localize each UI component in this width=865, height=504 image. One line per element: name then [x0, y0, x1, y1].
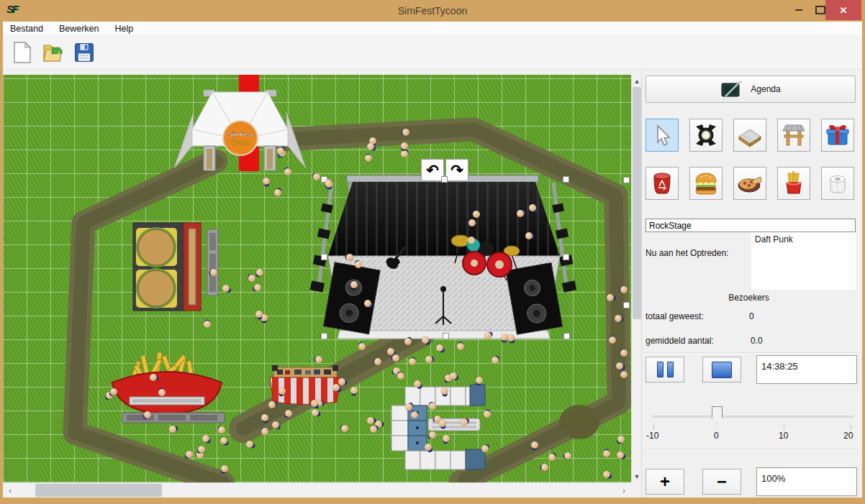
- tool-gift[interactable]: [821, 119, 854, 152]
- selection-handle[interactable]: [443, 333, 449, 339]
- cursor-icon: [650, 123, 674, 147]
- tool-toilet-roll[interactable]: [821, 167, 854, 200]
- selection-handle[interactable]: [441, 176, 448, 183]
- slider-label-max: 20: [843, 431, 853, 441]
- slider-tick: [653, 425, 654, 429]
- content-area: SimFest Tycoon: [3, 70, 862, 498]
- side-panel: Agenda: [641, 70, 862, 498]
- stage-name-input[interactable]: [646, 219, 856, 232]
- scroll-left-arrow[interactable]: ‹: [4, 483, 16, 498]
- now-performing-label: Nu aan het Optreden:: [646, 248, 728, 258]
- pause-button[interactable]: [646, 357, 684, 382]
- save-icon: [74, 42, 94, 63]
- visitors-avg-label: gemiddeld aantal:: [646, 336, 714, 346]
- slider-tick: [784, 425, 784, 429]
- agenda-label: Agenda: [751, 84, 780, 94]
- clock-display[interactable]: 14:38:25: [756, 355, 857, 384]
- close-button[interactable]: [825, 0, 861, 20]
- main-stage[interactable]: [310, 175, 577, 339]
- speed-slider-track[interactable]: [652, 416, 853, 418]
- svg-text:Tycoon: Tycoon: [231, 139, 250, 146]
- selection-handle[interactable]: [321, 176, 327, 183]
- scroll-up-arrow[interactable]: ▲: [632, 75, 642, 87]
- zoom-level-display[interactable]: 100%: [756, 467, 857, 496]
- selection-handle[interactable]: [563, 254, 569, 260]
- menu-bewerken[interactable]: Bewerken: [59, 24, 99, 34]
- slider-label-zero: 0: [714, 431, 719, 441]
- scroll-down-arrow[interactable]: ▼: [632, 470, 642, 482]
- stop-icon: [712, 362, 732, 378]
- minimize-button[interactable]: [788, 0, 810, 20]
- toilet-roll-icon: [825, 170, 851, 196]
- spotlight-icon: [693, 122, 719, 148]
- gate-icon: [781, 122, 807, 148]
- market-stall[interactable]: [270, 365, 340, 405]
- scroll-right-arrow[interactable]: ›: [618, 483, 630, 498]
- menu-bar: Bestand Bewerken Help: [3, 22, 862, 36]
- tool-fries[interactable]: [777, 167, 810, 200]
- slider-label-ten: 10: [779, 431, 788, 441]
- gift-icon: [825, 122, 851, 148]
- window-title: SimFestTycoon: [0, 5, 865, 17]
- pause-icon: [657, 362, 664, 377]
- pizza-icon: [737, 171, 763, 196]
- open-file-button[interactable]: [42, 42, 64, 63]
- open-folder-icon: [42, 42, 64, 63]
- now-performing-box: Daft Punk: [751, 232, 856, 290]
- fries-stand[interactable]: [112, 352, 222, 414]
- toolbar: [3, 36, 862, 70]
- redo-button[interactable]: [445, 159, 468, 181]
- menu-bestand[interactable]: Bestand: [10, 24, 43, 34]
- slider-tick: [851, 425, 851, 429]
- title-bar[interactable]: SF SimFestTycoon: [0, 0, 865, 22]
- simfest-logo: SimFest Tycoon: [223, 121, 258, 155]
- horizontal-scrollbar[interactable]: ‹ ›: [3, 482, 631, 497]
- tool-gate[interactable]: [777, 119, 810, 152]
- visitors-avg-value: 0.0: [751, 336, 763, 346]
- burger-icon: [693, 171, 719, 196]
- tool-select[interactable]: [646, 119, 679, 152]
- tool-pizza[interactable]: [733, 167, 766, 200]
- section-divider: [643, 352, 859, 354]
- new-file-icon: [13, 42, 32, 63]
- tool-burger[interactable]: [689, 167, 723, 200]
- horizontal-scroll-thumb[interactable]: [35, 484, 162, 497]
- zoom-out-button[interactable]: −: [702, 469, 741, 495]
- path-tile-icon: [737, 122, 763, 148]
- selection-handle[interactable]: [623, 177, 630, 183]
- bench[interactable]: [207, 229, 218, 295]
- fries-icon: [782, 170, 806, 196]
- new-file-button[interactable]: [12, 42, 33, 63]
- zoom-in-button[interactable]: +: [646, 469, 684, 495]
- pause-icon: [667, 362, 674, 377]
- speed-slider-thumb[interactable]: [712, 406, 723, 424]
- festival-map-canvas[interactable]: SimFest Tycoon: [3, 75, 631, 482]
- tool-trash-bin[interactable]: [646, 167, 679, 200]
- section-divider: [643, 449, 859, 450]
- agenda-book-icon: [720, 80, 742, 98]
- agenda-button[interactable]: Agenda: [646, 75, 856, 103]
- selection-handle[interactable]: [623, 302, 630, 308]
- selection-handle[interactable]: [321, 333, 327, 339]
- vertical-scroll-thumb[interactable]: [633, 87, 641, 319]
- menu-help[interactable]: Help: [114, 24, 133, 34]
- tool-spotlight[interactable]: [689, 119, 723, 152]
- save-file-button[interactable]: [73, 42, 95, 63]
- now-performing-value: Daft Punk: [755, 234, 793, 244]
- tool-path-tile[interactable]: [733, 119, 766, 152]
- stop-button[interactable]: [702, 357, 741, 382]
- selection-handle[interactable]: [563, 333, 570, 339]
- toilet-block[interactable]: [391, 385, 485, 469]
- visitors-total-value: 0: [749, 311, 754, 321]
- selection-handle[interactable]: [321, 254, 327, 260]
- visitors-total-label: totaal geweest:: [646, 311, 704, 321]
- visitors-title: Bezoekers: [642, 293, 856, 303]
- burger-stand[interactable]: [133, 223, 201, 311]
- map-scene: SimFest Tycoon: [3, 75, 631, 482]
- bench[interactable]: [122, 413, 225, 423]
- trash-bin-icon: [650, 170, 674, 196]
- svg-text:SimFest: SimFest: [227, 131, 253, 138]
- selection-handle[interactable]: [563, 176, 569, 183]
- slider-label-min: -10: [646, 431, 658, 441]
- vertical-scrollbar[interactable]: ▲ ▼: [631, 75, 641, 482]
